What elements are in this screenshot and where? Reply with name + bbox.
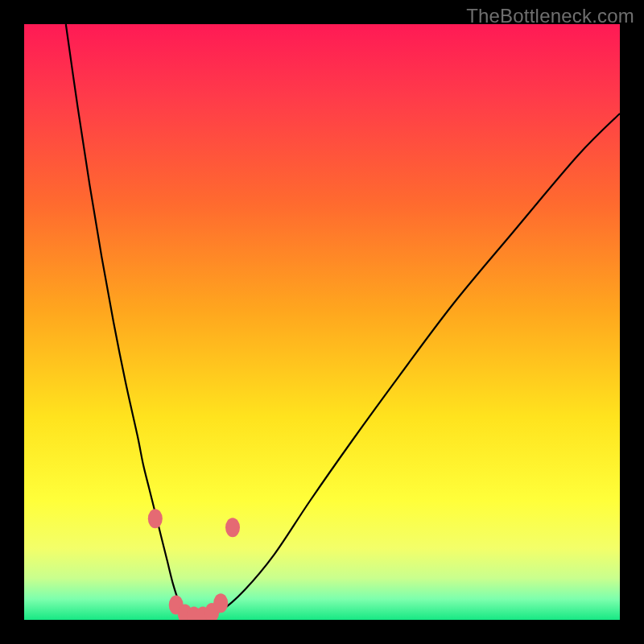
curve-marker: [213, 593, 228, 613]
watermark-text: TheBottleneck.com: [466, 5, 634, 27]
chart-frame: TheBottleneck.com: [0, 0, 644, 644]
curve-marker: [148, 509, 163, 528]
chart-svg: [24, 24, 620, 620]
plot-area: [24, 24, 620, 620]
curve-marker: [225, 518, 240, 537]
